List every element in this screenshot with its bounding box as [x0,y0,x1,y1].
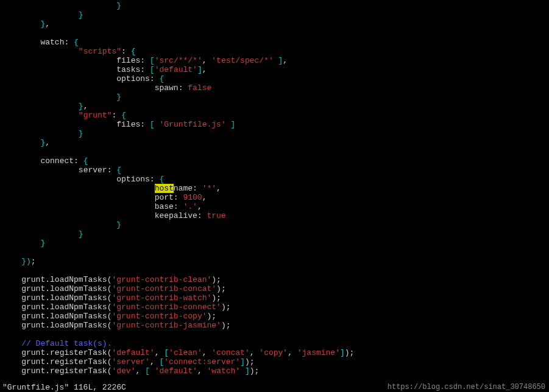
code-editor[interactable]: } } }, watch: { "scripts": { files: ['sr… [0,0,549,377]
search-highlight: host [155,184,174,193]
true-keyword: true [207,211,225,220]
comment: // Default task(s). [21,339,112,348]
grunt-key: "grunt" [79,111,112,120]
port-value: 9100 [183,193,202,202]
file-info: "Gruntfile.js" 116L, 2226C [2,383,126,392]
scripts-key: "scripts" [79,47,121,56]
connect-key: connect [40,156,74,166]
false-keyword: false [188,83,211,93]
watermark: https://blog.csdn.net/sinat_30748650 [388,383,545,392]
watch-key: watch [40,38,64,47]
